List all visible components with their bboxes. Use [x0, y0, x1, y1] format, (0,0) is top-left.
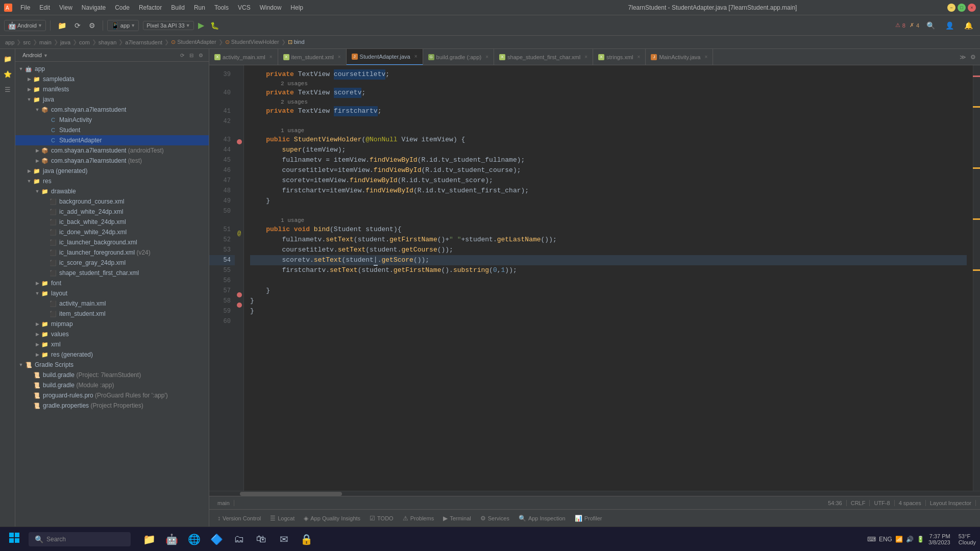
tab-build-gradle[interactable]: G build.gradle (:app) ×	[423, 49, 495, 65]
weather-display[interactable]: 53°F Cloudy	[959, 533, 976, 545]
cursor-position[interactable]: 54:36	[824, 500, 847, 506]
crumb-shayan[interactable]: shayan	[99, 39, 116, 45]
tab-strings[interactable]: X strings.xml ×	[593, 49, 646, 65]
crumb-src[interactable]: src	[23, 39, 31, 45]
menu-tools[interactable]: Tools	[210, 3, 233, 12]
problems-btn[interactable]: ⚠ Problems	[399, 513, 438, 524]
tree-item-app[interactable]: ▼ 🤖 app	[15, 64, 209, 74]
crumb-studentviewholder[interactable]: ⊙ StudentViewHolder	[225, 39, 279, 45]
menu-edit[interactable]: Edit	[35, 3, 54, 12]
search-everywhere-btn[interactable]: 🔍	[923, 20, 938, 31]
tab-close-1[interactable]: ×	[270, 54, 273, 60]
android-view-dropdown[interactable]: Android ▼	[19, 51, 51, 59]
tree-item-java-gen[interactable]: ▶ 📁 java (generated)	[15, 166, 209, 176]
taskbar-search[interactable]: 🔍 Search	[29, 532, 131, 546]
tree-item-java[interactable]: ▼ 📁 java	[15, 94, 209, 105]
indent[interactable]: 4 spaces	[895, 500, 926, 506]
settings-tree-btn[interactable]: ⚙	[197, 52, 205, 59]
tree-item-activity-main-xml[interactable]: ▶ ⬛ activity_main.xml	[15, 298, 209, 309]
close-button[interactable]: ×	[968, 4, 976, 12]
app-inspection-btn[interactable]: 🔍 App Inspection	[514, 513, 570, 524]
android-dropdown[interactable]: 🤖 Android ▼	[4, 20, 46, 31]
code-content[interactable]: private TextView coursetitletv; 2 usages…	[244, 65, 973, 491]
sync-btn[interactable]: ⟳	[71, 20, 84, 31]
debug-button[interactable]: 🐛	[208, 20, 221, 31]
device-dropdown[interactable]: Pixel 3a API 33 ▼	[143, 21, 194, 30]
tree-item-gradle-scripts[interactable]: ▼ 📜 Gradle Scripts	[15, 360, 209, 370]
taskbar-files[interactable]: 🗂	[229, 529, 249, 549]
tab-activity-main[interactable]: X activity_main.xml ×	[209, 49, 278, 65]
taskbar-store[interactable]: 🛍	[251, 529, 272, 549]
tree-item-ic-done[interactable]: ▶ ⬛ ic_done_white_24dp.xml	[15, 227, 209, 237]
tree-item-xml[interactable]: ▶ 📁 xml	[15, 339, 209, 349]
tree-item-font[interactable]: ▶ 📁 font	[15, 278, 209, 288]
notifications-btn[interactable]: 🔔	[961, 20, 976, 31]
breakpoint-57[interactable]	[237, 292, 242, 297]
time-display[interactable]: 7:37 PM 3/8/2023	[928, 533, 950, 545]
taskbar-androidstudio[interactable]: 🤖	[161, 529, 182, 549]
tree-item-res[interactable]: ▼ 📁 res	[15, 176, 209, 186]
tree-item-values[interactable]: ▶ 📁 values	[15, 329, 209, 339]
charset[interactable]: UTF-8	[870, 500, 894, 506]
menu-vcs[interactable]: VCS	[234, 3, 255, 12]
sync-tree-btn[interactable]: ⟳	[179, 52, 186, 59]
tree-item-proguard[interactable]: ▶ 📜 proguard-rules.pro (ProGuard Rules f…	[15, 390, 209, 400]
taskbar-edge[interactable]: 🔷	[206, 529, 227, 549]
tree-item-sampledata[interactable]: ▶ 📁 sampledata	[15, 74, 209, 84]
tree-item-bg-course[interactable]: ▶ ⬛ background_course.xml	[15, 196, 209, 207]
sidebar-tree[interactable]: ▼ 🤖 app ▶ 📁 sampledata ▶ 📁 manifests ▼ 📁…	[15, 62, 209, 527]
tree-item-drawable[interactable]: ▼ 📁 drawable	[15, 186, 209, 196]
profile-btn[interactable]: 👤	[942, 20, 957, 31]
services-btn[interactable]: ⚙ Services	[476, 513, 513, 524]
tree-item-ic-add[interactable]: ▶ ⬛ ic_add_white_24dp.xml	[15, 207, 209, 217]
tab-close-3[interactable]: ×	[414, 54, 418, 59]
favorites-icon[interactable]: ⭐	[2, 68, 13, 80]
tab-item-student[interactable]: X item_student.xml ×	[278, 49, 347, 65]
tab-close-6[interactable]: ×	[638, 54, 641, 60]
tree-item-shape-student[interactable]: ▶ ⬛ shape_student_first_char.xml	[15, 268, 209, 278]
tree-item-studentadapter[interactable]: ▶ C StudentAdapter	[15, 135, 209, 145]
language-indicator[interactable]: ENG	[879, 536, 892, 543]
tree-item-pkg-androidtest[interactable]: ▶ 📦 com.shayan.a7learnstudent (androidTe…	[15, 145, 209, 156]
tree-item-manifests[interactable]: ▶ 📁 manifests	[15, 84, 209, 94]
tree-item-build-gradle-app[interactable]: ▶ 📜 build.gradle (Module :app)	[15, 380, 209, 390]
breakpoint-58[interactable]	[237, 303, 242, 308]
tree-item-item-student-xml[interactable]: ▶ ⬛ item_student.xml	[15, 309, 209, 319]
tree-item-mipmap[interactable]: ▶ 📁 mipmap	[15, 319, 209, 329]
breakpoint-43[interactable]	[237, 139, 242, 144]
crumb-bind[interactable]: ⊡ bind	[288, 39, 305, 45]
tab-close-4[interactable]: ×	[485, 54, 488, 60]
tab-overflow[interactable]: ≫ ⚙	[955, 54, 980, 61]
tree-item-layout[interactable]: ▼ 📁 layout	[15, 288, 209, 298]
logcat-btn[interactable]: ☰ Logcat	[266, 513, 299, 524]
error-badge[interactable]: ✗ 4	[910, 22, 919, 29]
layout-inspector-btn[interactable]: Layout Inspector	[926, 500, 976, 506]
taskbar-lock[interactable]: 🔒	[296, 529, 316, 549]
crumb-studentadapter[interactable]: ⊙ StudentAdapter	[171, 39, 216, 45]
menu-help[interactable]: Help	[286, 3, 307, 12]
menu-run[interactable]: Run	[190, 3, 209, 12]
warning-badge[interactable]: ⚠ 8	[895, 22, 905, 29]
profiler-btn[interactable]: 📊 Profiler	[571, 513, 606, 524]
tree-item-pkg-test[interactable]: ▶ 📦 com.shayan.a7learnstudent (test)	[15, 156, 209, 166]
crumb-java[interactable]: java	[60, 39, 70, 45]
tab-close-2[interactable]: ×	[338, 54, 341, 60]
tab-shape[interactable]: X shape_student_first_char.xml ×	[494, 49, 593, 65]
menu-view[interactable]: View	[55, 3, 77, 12]
menu-file[interactable]: File	[16, 3, 34, 12]
taskbar-mail[interactable]: ✉	[274, 529, 294, 549]
menu-refactor[interactable]: Refactor	[135, 3, 166, 12]
menu-build[interactable]: Build	[167, 3, 189, 12]
crumb-a7learnstudent[interactable]: a7learnstudent	[125, 39, 162, 45]
minimize-button[interactable]: −	[947, 4, 955, 12]
maximize-button[interactable]: □	[958, 4, 966, 12]
crumb-main[interactable]: main	[39, 39, 52, 45]
start-button[interactable]	[4, 529, 24, 549]
module-dropdown[interactable]: 📱 app ▼	[107, 20, 139, 31]
tab-close-5[interactable]: ×	[584, 54, 587, 60]
terminal-btn[interactable]: ▶ Terminal	[439, 513, 475, 524]
tree-item-pkg-main[interactable]: ▼ 📦 com.shayan.a7learnstudent	[15, 105, 209, 115]
project-icon[interactable]: 📁	[2, 53, 13, 64]
run-button[interactable]: ▶	[196, 19, 206, 31]
git-status[interactable]: main	[213, 500, 234, 506]
